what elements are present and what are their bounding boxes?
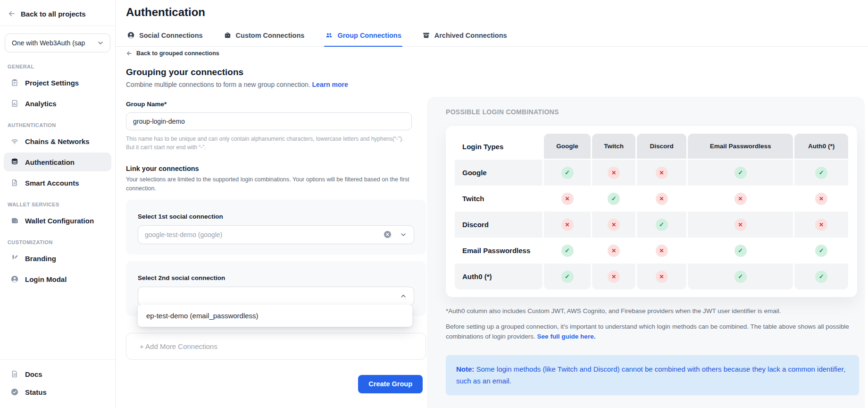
select1-dropdown[interactable]: google-test-demo (google): [138, 225, 414, 244]
note-text: Some login methods (like Twitch and Disc…: [456, 365, 845, 385]
sidebar-item-status[interactable]: Status: [4, 383, 111, 400]
cross-icon: ✕: [656, 167, 668, 179]
link-connections-help: Your selections are limited to the suppo…: [126, 175, 425, 193]
sidebar-item-analytics[interactable]: Analytics: [4, 94, 111, 113]
select1-label: Select 1st social connection: [138, 213, 414, 220]
sidebar-item-chains-networks[interactable]: Chains & Networks: [4, 132, 111, 151]
group-name-input[interactable]: [126, 112, 412, 130]
back-to-projects-link[interactable]: Back to all projects: [0, 0, 115, 26]
sidebar-item-label: Login Modal: [25, 275, 67, 283]
check-icon: ✓: [561, 271, 574, 283]
document-icon: [10, 370, 19, 378]
arrow-left-icon: [126, 50, 133, 57]
guide-footnote: Before setting up a grouped connection, …: [446, 322, 855, 342]
sidebar-item-label: Status: [25, 388, 47, 396]
user-circle-icon: [10, 275, 19, 283]
check-circle-icon: [10, 388, 19, 396]
section-label-customization: CUSTOMIZATION: [0, 231, 115, 248]
chevron-down-icon: [97, 39, 104, 47]
tab-custom-connections[interactable]: Custom Connections: [223, 29, 306, 46]
sidebar-item-wallet-configuration[interactable]: Wallet Configuration: [4, 211, 111, 230]
combination-row: Twitch✕✓✕✕✕: [455, 186, 848, 212]
tab-label: Group Connections: [337, 32, 401, 39]
combinations-table-body: Google✓✕✕✓✓Twitch✕✓✕✕✕Discord✕✕✓✕✕Email …: [455, 160, 848, 289]
auth0-footnote: *Auth0 column also includes Custom JWT, …: [446, 306, 855, 316]
sidebar-item-label: Smart Accounts: [25, 179, 79, 187]
combination-cell: ✓: [688, 160, 793, 186]
combinations-table: Login Types Google Twitch Discord Email …: [453, 134, 850, 289]
project-selector[interactable]: One with Web3Auth (sap: [5, 34, 110, 52]
tab-social-connections[interactable]: Social Connections: [126, 29, 204, 46]
connection-tabs: Social Connections Custom Connections Gr…: [116, 29, 868, 47]
dropdown-option-ep-test-demo[interactable]: ep-test-demo (email_passwordless): [146, 312, 404, 320]
section-label-general: GENERAL: [0, 55, 115, 72]
sidebar-item-docs[interactable]: Docs: [4, 366, 111, 382]
table-col-discord: Discord: [637, 134, 686, 160]
check-icon: ✓: [815, 245, 827, 257]
combination-cell: ✕: [794, 212, 848, 238]
select2-label: Select 2nd social connection: [138, 274, 414, 281]
toolbox-icon: [224, 31, 232, 39]
sidebar-item-login-modal[interactable]: Login Modal: [4, 270, 111, 289]
select1-value: google-test-demo (google): [145, 231, 383, 238]
database-icon: [10, 158, 19, 166]
combination-cell: ✕: [794, 186, 848, 212]
table-corner-header: Login Types: [455, 134, 542, 160]
combination-cell: ✓: [544, 160, 591, 186]
combination-cell: ✕: [688, 212, 793, 238]
clear-selection-icon[interactable]: [383, 230, 392, 239]
cross-icon: ✕: [561, 219, 574, 231]
chevron-down-icon: [400, 231, 407, 238]
wallet-icon: [10, 216, 19, 225]
create-group-button[interactable]: Create Group: [358, 375, 423, 393]
sidebar-item-project-settings[interactable]: Project Settings: [4, 73, 111, 92]
tab-group-connections[interactable]: Group Connections: [324, 29, 402, 46]
archive-icon: [422, 31, 430, 39]
combination-row-label: Email Passwordless: [455, 238, 542, 264]
possible-login-combinations-panel: POSSIBLE LOGIN COMBINATIONS Login Types …: [427, 97, 865, 408]
add-more-connections-button[interactable]: + Add More Connections: [126, 333, 426, 360]
divider: [0, 26, 115, 26]
combination-cell: ✓: [688, 238, 793, 264]
page-title: Authentication: [126, 6, 868, 19]
check-icon: ✓: [656, 219, 668, 231]
check-icon: ✓: [734, 167, 747, 179]
check-icon: ✓: [561, 167, 574, 179]
combination-cell: ✕: [637, 186, 686, 212]
sidebar-item-authentication[interactable]: Authentication: [4, 153, 111, 171]
check-icon: ✓: [608, 193, 620, 205]
sidebar-item-smart-accounts[interactable]: Smart Accounts: [4, 173, 111, 192]
back-to-projects-label: Back to all projects: [21, 10, 86, 18]
tab-label: Archived Connections: [434, 32, 507, 39]
combinations-table-card: Login Types Google Twitch Discord Email …: [446, 126, 857, 297]
grouping-heading: Grouping your connections: [126, 67, 426, 77]
sidebar-item-branding[interactable]: Branding: [4, 249, 111, 268]
group-name-label: Group Name*: [126, 101, 426, 108]
select2-dropdown[interactable]: [138, 287, 414, 306]
combination-row-label: Auth0 (*): [455, 264, 542, 289]
check-icon: ✓: [561, 245, 574, 257]
combination-cell: ✓: [544, 264, 591, 289]
combination-row-label: Google: [455, 160, 542, 186]
combination-cell: ✓: [794, 264, 848, 289]
sidebar: Back to all projects One with Web3Auth (…: [0, 0, 116, 408]
combination-cell: ✓: [544, 238, 591, 264]
cross-icon: ✕: [608, 167, 620, 179]
chart-doc-icon: [10, 99, 19, 108]
clipboard-icon: [10, 78, 19, 87]
tab-archived-connections[interactable]: Archived Connections: [421, 29, 508, 46]
arrow-left-icon: [8, 9, 16, 18]
users-group-icon: [325, 31, 333, 39]
check-icon: ✓: [734, 245, 747, 257]
link-connections-heading: Link your connections: [126, 165, 426, 172]
combination-cell: ✕: [637, 160, 686, 186]
panel-title: POSSIBLE LOGIN COMBINATIONS: [446, 108, 857, 116]
cross-icon: ✕: [815, 193, 827, 205]
project-selector-value: One with Web3Auth (sap: [12, 39, 85, 47]
combination-row-label: Twitch: [455, 186, 542, 212]
see-full-guide-link[interactable]: See full guide here.: [537, 333, 596, 340]
file-icon: [10, 178, 19, 187]
sidebar-item-label: Project Settings: [25, 79, 79, 87]
learn-more-link[interactable]: Learn more: [312, 81, 348, 88]
back-to-grouped-connections-link[interactable]: Back to grouped connections: [126, 50, 219, 57]
